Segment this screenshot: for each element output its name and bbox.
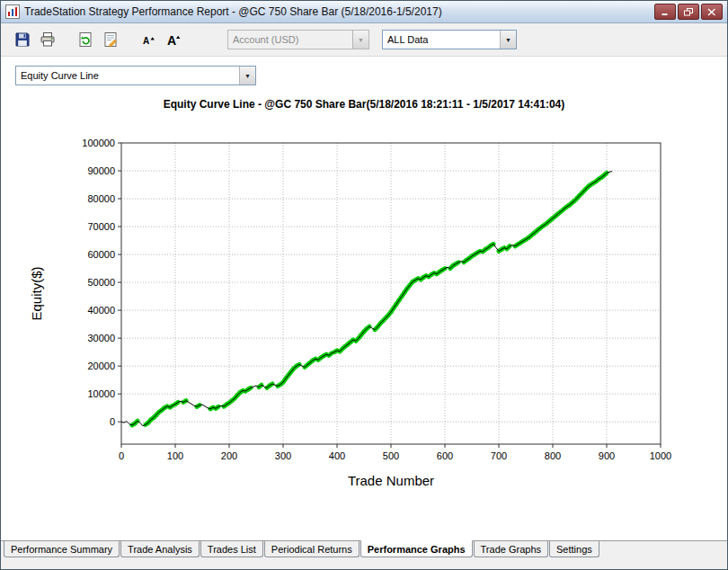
svg-text:600: 600 <box>437 450 453 461</box>
svg-text:1000: 1000 <box>650 450 671 461</box>
account-combobox-value: Account (USD) <box>228 31 352 49</box>
svg-text:A: A <box>143 36 149 46</box>
title-bar: TradeStation Strategy Performance Report… <box>1 1 727 23</box>
equity-chart-svg: 0100002000030000400005000060000700008000… <box>18 116 710 521</box>
svg-text:300: 300 <box>275 450 291 461</box>
font-decrease-button[interactable]: A <box>136 27 161 52</box>
font-increase-icon: A <box>165 31 182 48</box>
account-combobox: Account (USD) ▼ <box>227 30 369 49</box>
tab-trade-graphs[interactable]: Trade Graphs <box>474 541 548 557</box>
svg-text:100000: 100000 <box>82 138 115 148</box>
data-range-combobox-value: ALL Data <box>383 31 500 49</box>
svg-text:700: 700 <box>491 450 507 461</box>
graph-type-combobox[interactable]: Equity Curve Line ▼ <box>15 66 256 85</box>
print-icon <box>40 31 56 48</box>
app-icon <box>5 4 20 19</box>
svg-text:30000: 30000 <box>87 333 115 343</box>
tab-periodical-returns[interactable]: Periodical Returns <box>264 541 360 557</box>
svg-text:50000: 50000 <box>87 277 115 288</box>
font-increase-button[interactable]: A <box>161 27 186 52</box>
toolbar: A A Account (USD) ▼ ALL Data ▼ <box>1 23 727 57</box>
svg-text:900: 900 <box>599 450 615 461</box>
app-window: TradeStation Strategy Performance Report… <box>0 0 728 570</box>
svg-text:10000: 10000 <box>87 388 115 399</box>
refresh-report-icon <box>77 31 93 48</box>
tab-trade-analysis[interactable]: Trade Analysis <box>120 541 200 557</box>
svg-text:80000: 80000 <box>87 193 115 204</box>
svg-text:200: 200 <box>221 450 237 461</box>
svg-text:400: 400 <box>329 450 345 461</box>
tab-trades-list[interactable]: Trades List <box>200 541 263 557</box>
refresh-report-button[interactable] <box>73 27 98 52</box>
svg-text:70000: 70000 <box>87 221 115 232</box>
graph-type-combobox-value: Equity Curve Line <box>16 67 239 85</box>
report-settings-icon <box>102 31 119 48</box>
close-button[interactable] <box>701 4 723 20</box>
minimize-button[interactable] <box>654 4 676 20</box>
restore-button[interactable] <box>678 4 699 20</box>
report-tab-strip: Performance Summary Trade Analysis Trade… <box>1 540 727 561</box>
print-button[interactable] <box>35 27 60 52</box>
svg-text:0: 0 <box>119 450 124 461</box>
svg-text:40000: 40000 <box>87 305 115 316</box>
data-range-combobox[interactable]: ALL Data ▼ <box>382 30 517 49</box>
svg-text:100: 100 <box>167 450 183 461</box>
tab-performance-graphs[interactable]: Performance Graphs <box>360 540 473 557</box>
svg-text:0: 0 <box>110 416 115 427</box>
svg-text:20000: 20000 <box>87 361 115 371</box>
svg-text:60000: 60000 <box>87 249 115 260</box>
close-icon <box>707 8 716 16</box>
report-client-area: Equity Curve Line ▼ Equity Curve Line - … <box>1 57 727 540</box>
svg-text:Trade Number: Trade Number <box>348 473 434 488</box>
svg-text:Equity($): Equity($) <box>29 266 44 320</box>
restore-icon <box>684 8 693 16</box>
tab-performance-summary[interactable]: Performance Summary <box>4 541 120 557</box>
status-strip <box>1 561 727 569</box>
window-title: TradeStation Strategy Performance Report… <box>24 5 653 18</box>
minimize-icon <box>661 8 670 16</box>
chart-title: Equity Curve Line - @GC 750 Share Bar(5/… <box>1 98 727 111</box>
save-button[interactable] <box>10 27 35 52</box>
font-decrease-icon: A <box>140 31 156 48</box>
chevron-down-icon: ▼ <box>500 31 516 49</box>
svg-text:500: 500 <box>383 450 399 461</box>
report-settings-button[interactable] <box>98 27 123 52</box>
save-icon <box>14 31 31 48</box>
svg-text:800: 800 <box>545 450 561 461</box>
svg-text:A: A <box>167 33 176 48</box>
svg-text:90000: 90000 <box>87 165 115 176</box>
chevron-down-icon: ▼ <box>352 31 368 49</box>
tab-settings[interactable]: Settings <box>549 541 599 557</box>
chevron-down-icon: ▼ <box>239 67 255 85</box>
